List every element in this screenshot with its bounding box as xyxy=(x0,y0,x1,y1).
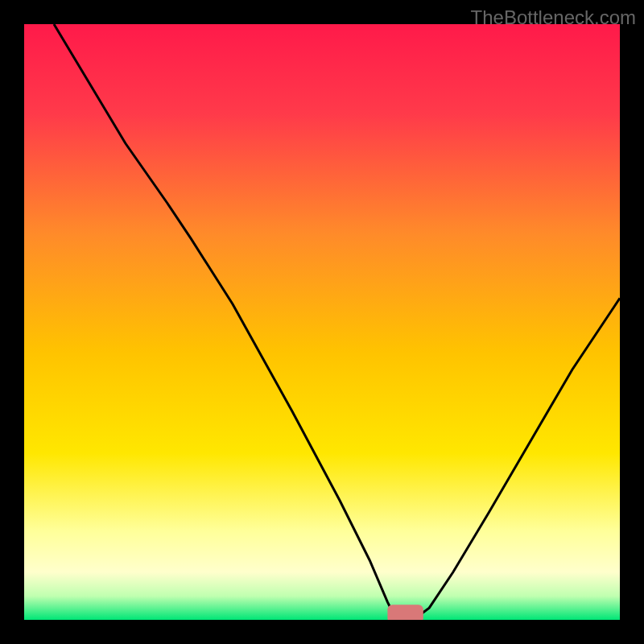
optimal-marker xyxy=(387,605,423,620)
chart-svg xyxy=(24,24,620,620)
gradient-background xyxy=(24,24,620,620)
watermark-text: TheBottleneck.com xyxy=(471,6,636,29)
plot-area xyxy=(24,24,620,620)
bottleneck-chart: TheBottleneck.com xyxy=(0,0,644,644)
